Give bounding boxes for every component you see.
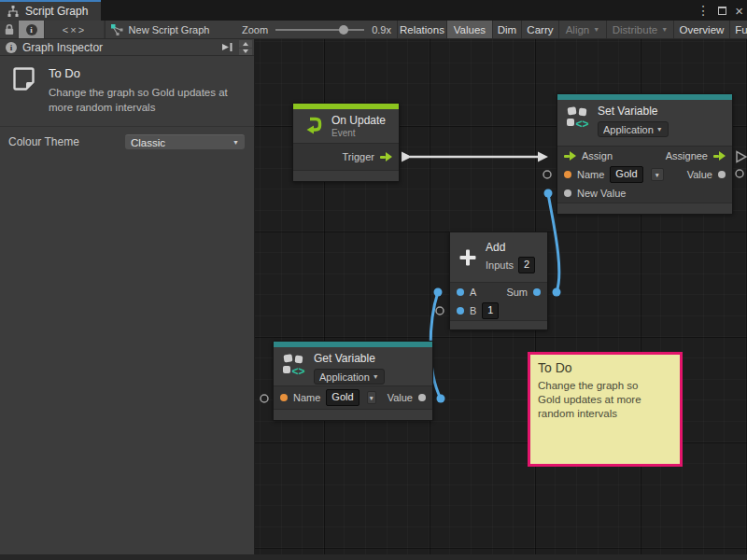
scroll-up-button[interactable] bbox=[239, 40, 252, 48]
graph-inspector-title: Graph Inspector bbox=[22, 41, 216, 54]
on-update-event-icon bbox=[301, 115, 324, 137]
exec-output-port[interactable] bbox=[380, 152, 392, 161]
b-value-field[interactable]: 1 bbox=[482, 302, 499, 318]
unconnected-port-add-b[interactable] bbox=[436, 307, 444, 315]
values-label: Values bbox=[454, 24, 486, 35]
inspector-todo-summary: To Do Change the graph so Gold updates a… bbox=[0, 56, 254, 124]
variable-name-field[interactable]: Gold bbox=[610, 166, 642, 182]
relations-toggle[interactable]: Relations bbox=[397, 21, 446, 38]
name-input-port[interactable] bbox=[564, 171, 571, 178]
zoom-value: 0.9x bbox=[372, 24, 391, 35]
distribute-menu-button[interactable]: Distribute ▼ bbox=[606, 21, 673, 38]
b-input-port[interactable] bbox=[457, 307, 464, 315]
lock-icon bbox=[4, 23, 15, 35]
sum-port-label: Sum bbox=[506, 287, 528, 298]
new-value-input-port[interactable] bbox=[564, 189, 571, 197]
inspector-todo-title: To Do bbox=[49, 66, 247, 80]
align-label: Align bbox=[566, 24, 590, 35]
value-output-port[interactable] bbox=[418, 394, 426, 401]
chevron-down-icon: ▼ bbox=[656, 126, 663, 133]
graph-asset-icon bbox=[110, 23, 124, 36]
sticky-note-text: Change the graph so Gold updates at more… bbox=[538, 379, 655, 421]
node-on-update[interactable]: On Update Event Trigger bbox=[292, 103, 400, 182]
node-get-variable[interactable]: <> Get Variable Application ▼ Name Gold … bbox=[273, 341, 433, 421]
panel-scroll-arrows bbox=[239, 40, 252, 55]
variable-icon: <> bbox=[281, 352, 306, 377]
graph-canvas[interactable]: On Update Event Trigger <> bbox=[255, 39, 747, 554]
script-graph-window: Script Graph ⋮ × i <×> bbox=[0, 0, 747, 560]
unconnected-port-setvar-name[interactable] bbox=[543, 171, 551, 178]
b-port-label: B bbox=[470, 305, 476, 316]
new-script-graph-label: New Script Graph bbox=[129, 24, 210, 35]
unconnected-port-assignee[interactable] bbox=[737, 152, 746, 162]
chevron-down-icon: ▼ bbox=[593, 26, 599, 33]
node-footer bbox=[557, 203, 732, 214]
zoom-slider[interactable] bbox=[275, 21, 364, 39]
window-bottom-strip bbox=[0, 554, 747, 560]
overview-button[interactable]: Overview bbox=[673, 21, 729, 38]
variable-name-dropdown-button[interactable]: ▼ bbox=[367, 391, 376, 404]
value-port-label: Value bbox=[687, 169, 712, 180]
a-input-port[interactable] bbox=[457, 288, 464, 296]
variable-name-field[interactable]: Gold bbox=[326, 389, 359, 405]
graph-toolbar: i <×> New Script Graph Zoom 0.9x R bbox=[0, 21, 747, 39]
window-menu-icon[interactable]: ⋮ bbox=[697, 4, 710, 17]
fullscreen-label: Full Screen bbox=[735, 24, 747, 35]
node-set-variable[interactable]: <> Set Variable Application ▼ Assign Ass… bbox=[557, 93, 733, 215]
scroll-down-button[interactable] bbox=[239, 49, 252, 56]
dim-toggle[interactable]: Dim bbox=[492, 21, 521, 38]
angle-brackets-icon: <×> bbox=[63, 24, 86, 35]
view-toggles: Relations Values Dim Carry Align ▼ Distr… bbox=[397, 21, 747, 38]
dim-label: Dim bbox=[498, 24, 516, 35]
name-input-port[interactable] bbox=[280, 394, 288, 401]
node-subtitle: Event bbox=[331, 128, 386, 138]
colour-theme-row: Colour Theme Classic ▼ bbox=[0, 127, 254, 149]
scope-value: Application bbox=[319, 371, 370, 383]
variable-name-dropdown-button[interactable]: ▼ bbox=[651, 168, 664, 181]
variable-scope-dropdown[interactable]: Application ▼ bbox=[598, 121, 669, 137]
relations-label: Relations bbox=[400, 24, 444, 35]
trigger-port-label: Trigger bbox=[343, 151, 374, 162]
node-footer bbox=[293, 170, 399, 181]
tab-script-graph[interactable]: Script Graph bbox=[0, 0, 101, 21]
node-add[interactable]: Add Inputs 2 A Sum B bbox=[449, 231, 548, 330]
zoom-slider-handle[interactable] bbox=[339, 25, 348, 35]
inputs-count-field[interactable]: 2 bbox=[518, 257, 535, 273]
align-menu-button[interactable]: Align ▼ bbox=[558, 21, 606, 38]
unconnected-port-getvar-name[interactable] bbox=[261, 395, 268, 402]
zoom-label: Zoom bbox=[242, 24, 268, 35]
a-port-label: A bbox=[470, 287, 476, 298]
window-close-icon[interactable]: × bbox=[735, 4, 743, 18]
new-value-port-label: New Value bbox=[577, 188, 626, 199]
info-icon: i bbox=[26, 24, 37, 35]
sticky-note-title: To Do bbox=[538, 360, 672, 375]
exec-input-port[interactable] bbox=[564, 151, 576, 161]
assignee-port-label: Assignee bbox=[666, 150, 708, 161]
triangle-down-icon bbox=[243, 49, 248, 53]
chevron-down-icon: ▼ bbox=[654, 172, 659, 178]
exec-connection-trigger-to-assign[interactable] bbox=[402, 152, 548, 162]
zoom-slider-track bbox=[275, 29, 364, 31]
add-icon bbox=[458, 247, 478, 268]
svg-text:<>: <> bbox=[576, 118, 589, 130]
svg-text:<>: <> bbox=[292, 365, 305, 377]
colour-theme-value: Classic bbox=[131, 137, 233, 148]
sticky-note-todo[interactable]: To Do Change the graph so Gold updates a… bbox=[528, 352, 683, 467]
value-output-port[interactable] bbox=[718, 171, 726, 178]
sum-output-port[interactable] bbox=[533, 288, 541, 296]
fullscreen-button[interactable]: Full Screen bbox=[729, 21, 747, 38]
unconnected-port-setvar-value[interactable] bbox=[736, 170, 743, 177]
variable-scope-dropdown[interactable]: Application ▼ bbox=[314, 369, 385, 385]
code-view-button[interactable]: <×> bbox=[45, 21, 105, 38]
dock-panel-icon[interactable] bbox=[221, 42, 233, 52]
values-toggle[interactable]: Values bbox=[446, 21, 492, 38]
variable-icon: <> bbox=[565, 105, 590, 130]
carry-toggle[interactable]: Carry bbox=[521, 21, 558, 38]
new-script-graph-button[interactable]: New Script Graph bbox=[106, 21, 214, 38]
colour-theme-dropdown[interactable]: Classic ▼ bbox=[125, 134, 245, 149]
lock-button[interactable] bbox=[0, 21, 19, 38]
window-maximize-icon[interactable] bbox=[718, 7, 726, 15]
inspector-toggle-button[interactable]: i bbox=[19, 21, 45, 38]
name-port-label: Name bbox=[293, 392, 320, 403]
exec-output-port[interactable] bbox=[713, 151, 726, 161]
